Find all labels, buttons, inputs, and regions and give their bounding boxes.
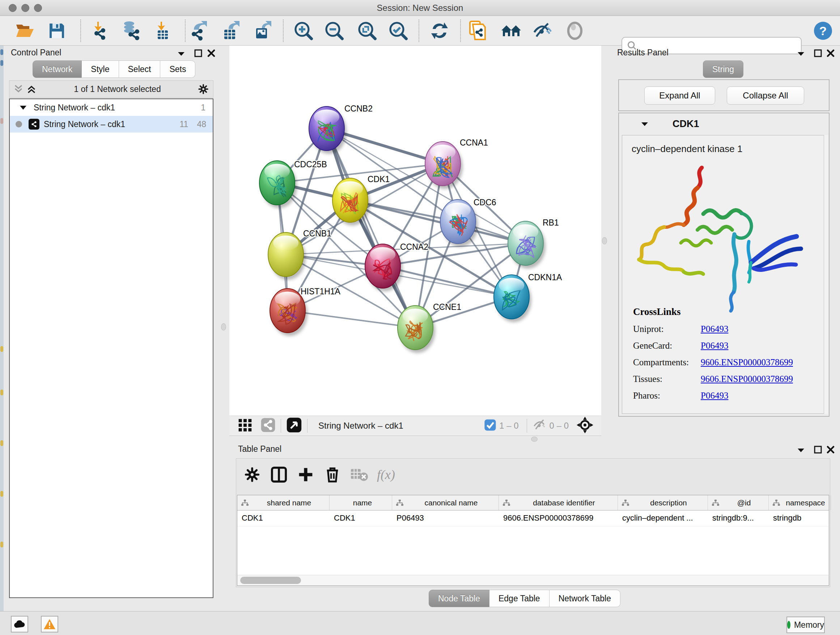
results-panel-close-icon[interactable] [825,48,836,59]
table-panel-menu-icon[interactable] [796,445,806,456]
selected-nodes-checkbox[interactable] [484,419,496,432]
control-panel-title: Control Panel [11,48,61,57]
table-panel-close-icon[interactable] [825,444,836,455]
tab-string[interactable]: String [703,60,744,78]
warnings-button[interactable] [41,616,58,632]
column-header-@id[interactable]: @id [708,495,769,510]
tab-style[interactable]: Style [82,60,118,78]
protein-section-header[interactable]: CDK1 [641,119,699,130]
save-session-button[interactable] [46,20,67,41]
network-node-CCNB2[interactable]: CCNB2 [309,104,373,154]
import-table-file-button[interactable] [152,20,173,41]
selected-counts: 1 – 0 [499,421,518,431]
refresh-icon [430,21,449,41]
tab-network[interactable]: Network [33,60,82,78]
collapse-all-button[interactable]: Collapse All [727,87,804,105]
crosslink-link[interactable]: 9606.ENSP00000378699 [701,374,793,384]
zoom-fit-button[interactable] [357,20,378,41]
column-type-icon [712,499,720,507]
network-node-CDKN1A[interactable]: CDKN1A [494,272,562,322]
collection-expand-icon[interactable] [18,102,28,113]
delete-column-icon[interactable] [319,466,346,483]
network-row[interactable]: String Network – cdk1 11 48 [10,116,213,133]
network-view-toolbar: String Network – cdk1 1 – 0 0 – 0 [229,416,601,436]
results-scrollbar[interactable] [824,135,828,414]
tab-node-table[interactable]: Node Table [429,590,489,607]
table-hscrollbar[interactable] [237,575,829,586]
network-node-CCNB1[interactable]: CCNB1 [268,229,332,280]
refresh-button[interactable] [429,20,450,41]
control-panel-float-icon[interactable] [193,48,204,59]
hide-graphics-button[interactable] [532,20,553,41]
memory-button[interactable]: Memory [786,616,825,633]
show-graphics-button[interactable] [564,20,585,41]
tab-sets[interactable]: Sets [160,60,195,78]
network-node-RB1[interactable]: RB1 [508,218,559,269]
birdseye-view-icon[interactable] [286,417,302,434]
column-header-canonical-name[interactable]: canonical name [392,495,499,510]
network-node-CDC25B[interactable]: CDC25B [259,160,327,208]
import-network-database-button[interactable] [120,20,141,41]
results-panel-menu-icon[interactable] [796,49,806,59]
export-image-button[interactable] [253,20,273,41]
column-header-namespace[interactable]: namespace [769,495,831,510]
zoom-out-button[interactable] [324,20,345,41]
network-collection-row[interactable]: String Network – cdk1 1 [10,99,213,116]
string-view-icon[interactable] [261,417,276,434]
left-splitter-handle[interactable] [221,323,226,331]
crosslink-link[interactable]: P06493 [701,324,728,334]
network-node-CCNE1[interactable]: CCNE1 [398,302,461,353]
network-edges[interactable] [277,128,526,328]
import-network-file-button[interactable] [88,20,110,41]
node-label: CCNA2 [400,242,428,252]
network-options-gear-icon[interactable] [198,84,209,95]
network-node-CCNA1[interactable]: CCNA1 [425,138,488,189]
table-header-row: shared namenamecanonical namedatabase id… [237,495,829,510]
add-column-icon[interactable] [292,467,319,483]
table-hscrollbar-thumb[interactable] [240,577,301,584]
collapse-all-networks-icon[interactable] [13,84,24,95]
network-node-HIST1H1A[interactable]: HIST1H1A [270,287,341,336]
app-window: Session: New Session [0,0,840,635]
network-canvas[interactable]: CCNB2CCNA1CDC25BCDK1CDC6RB1CCNB1CCNA2CDK… [229,46,601,416]
network-node-CDC6[interactable]: CDC6 [440,198,496,247]
tab-edge-table[interactable]: Edge Table [489,590,549,607]
fit-selected-crosshair-icon[interactable] [576,417,593,435]
home-layout-button[interactable] [501,20,522,41]
column-header-shared-name[interactable]: shared name [237,495,330,510]
crosslink-link[interactable]: 9606.ENSP00000378699 [701,357,793,367]
tab-network-table[interactable]: Network Table [549,590,621,607]
hidden-eye-icon[interactable] [532,418,546,434]
table-row[interactable]: CDK1CDK1P064939606.ENSP00000378699cyclin… [237,510,829,526]
clone-network-button[interactable] [467,20,488,41]
column-header-database-identifier[interactable]: database identifier [499,495,618,510]
export-network-button[interactable] [189,20,210,41]
control-panel-close-icon[interactable] [206,48,217,59]
grid-view-icon[interactable] [238,418,253,434]
open-session-button[interactable] [14,20,35,41]
results-panel-float-icon[interactable] [813,48,823,59]
column-header-name[interactable]: name [330,495,392,510]
crosslink-link[interactable]: P06493 [701,391,728,401]
eye-slash-icon [532,21,553,41]
crosslink-link[interactable]: P06493 [701,340,728,351]
control-panel-menu-icon[interactable] [176,49,187,59]
right-splitter-handle[interactable] [602,237,607,244]
expand-all-button[interactable]: Expand All [644,87,715,105]
column-header-description[interactable]: description [618,495,708,510]
table-panel-float-icon[interactable] [813,444,823,455]
node-label: HIST1H1A [301,287,341,296]
netbar-separator [281,419,281,432]
table-options-gear-icon[interactable] [239,467,265,483]
zoom-selected-button[interactable] [388,20,409,41]
help-button[interactable]: ? [813,20,834,41]
expand-all-networks-icon[interactable] [26,84,37,95]
show-columns-icon[interactable] [265,466,292,483]
zoom-in-button[interactable] [293,20,314,41]
bottom-splitter-handle[interactable] [531,437,538,442]
crosslink-row: Pharos:P06493 [633,391,821,401]
control-panel-tabs: NetworkStyleSelectSets [33,60,195,78]
cloud-status-button[interactable] [11,616,28,632]
tab-select[interactable]: Select [119,60,161,78]
export-table-button[interactable] [221,20,242,41]
